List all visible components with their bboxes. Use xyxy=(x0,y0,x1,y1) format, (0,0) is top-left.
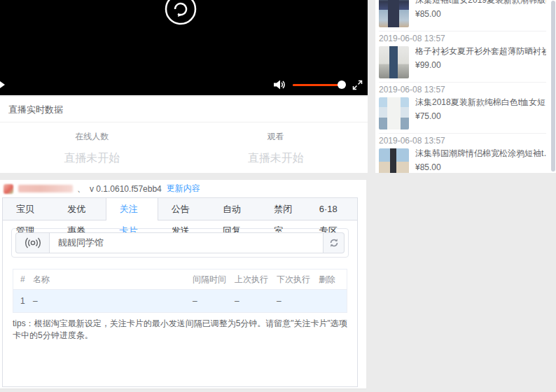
item-date: 2019-06-08 13:57 xyxy=(379,136,546,146)
product-price: ¥99.00 xyxy=(415,60,546,70)
refresh-button[interactable] xyxy=(324,232,345,253)
follow-card-table: # 名称 间隔时间 上次执行 下次执行 删除 1 – – – – xyxy=(13,269,347,313)
fullscreen-icon[interactable] xyxy=(352,79,363,91)
tab-ban-room[interactable]: 禁闭室 xyxy=(260,198,305,220)
live-stats-panel: 直播实时数据 在线人数 直播未开始 观看 直播未开始 xyxy=(0,97,368,173)
product-feed: 沫集短袖t恤女2019夏装新款潮韩版时… ¥85.00 2019-06-08 1… xyxy=(375,0,556,173)
app-header: 、 v 0.1.0610.f57ebb4 更新内容 xyxy=(0,180,366,197)
anchor-toolbar xyxy=(11,228,349,258)
loading-spinner-icon xyxy=(163,0,198,27)
list-item[interactable]: 2019-06-08 13:57 沫集韩国潮牌情侣棉宽松涂鸦短袖t… ¥85.0… xyxy=(379,134,546,173)
product-title: 沫集韩国潮牌情侣棉宽松涂鸦短袖t… xyxy=(415,148,546,158)
broadcast-icon xyxy=(15,232,49,253)
app-logo xyxy=(4,184,13,194)
update-notes-link[interactable]: 更新内容 xyxy=(167,183,200,195)
app-name-redacted xyxy=(18,185,73,192)
product-title: 沫集短袖t恤女2019夏装新款潮韩版时… xyxy=(415,0,546,5)
list-item[interactable]: 2019-06-08 13:57 格子衬衫女夏开衫外套超薄防晒衬衫… ¥99.0… xyxy=(379,31,546,83)
live-stats-title: 直播实时数据 xyxy=(0,97,368,122)
list-item[interactable]: 2019-06-08 13:57 沫集2018夏装新款纯棉白色t恤女短… ¥75… xyxy=(379,83,546,134)
anchor-name-input[interactable] xyxy=(49,232,324,253)
volume-icon[interactable] xyxy=(273,79,286,90)
player-controls xyxy=(0,74,368,95)
product-price: ¥85.00 xyxy=(415,162,546,172)
product-price: ¥75.00 xyxy=(415,111,546,121)
table-row: 1 – – – – xyxy=(13,290,347,312)
tab-coupon[interactable]: 发优惠券 xyxy=(54,198,105,220)
tips-text: tips：根据淘宝最新设定，关注卡片的最小发送间隔已调整为5分钟。请留意"关注卡… xyxy=(13,318,347,342)
scrollbar-thumb[interactable] xyxy=(551,1,555,172)
product-title: 格子衬衫女夏开衫外套超薄防晒衬衫… xyxy=(415,46,546,56)
product-image xyxy=(379,0,409,27)
item-date: 2019-06-08 13:57 xyxy=(379,34,546,43)
tab-card: 宝贝管理 发优惠券 关注卡片 公告发送 自动回复 禁闭室 6·18专区 xyxy=(2,197,358,387)
list-item[interactable]: 沫集短袖t恤女2019夏装新款潮韩版时… ¥85.00 xyxy=(379,0,546,31)
version-label: v 0.1.0610.f57ebb4 xyxy=(90,184,162,194)
volume-slider-handle[interactable] xyxy=(338,80,346,89)
stat-views: 观看 直播未开始 xyxy=(184,131,368,166)
volume-slider[interactable] xyxy=(293,80,345,89)
tab-auto-reply[interactable]: 自动回复 xyxy=(209,198,260,220)
tab-618-zone[interactable]: 6·18专区 xyxy=(306,198,357,220)
stat-online-count: 在线人数 直播未开始 xyxy=(0,131,184,166)
assistant-panel: 、 v 0.1.0610.f57ebb4 更新内容 宝贝管理 发优惠券 关注卡片… xyxy=(0,180,366,389)
tab-announcement[interactable]: 公告发送 xyxy=(158,198,209,220)
tab-item-manage[interactable]: 宝贝管理 xyxy=(3,198,54,220)
product-price: ¥85.00 xyxy=(415,9,546,19)
item-date: 2019-06-08 13:57 xyxy=(379,85,546,94)
product-image xyxy=(379,148,409,173)
tab-follow-card[interactable]: 关注卡片 xyxy=(106,198,158,220)
product-title: 沫集2018夏装新款纯棉白色t恤女短… xyxy=(415,97,546,107)
play-icon[interactable] xyxy=(0,79,5,90)
tab-bar: 宝贝管理 发优惠券 关注卡片 公告发送 自动回复 禁闭室 6·18专区 xyxy=(3,198,357,220)
refresh-icon xyxy=(329,238,339,248)
product-image xyxy=(379,97,409,130)
product-image xyxy=(379,46,409,78)
separator: 、 xyxy=(77,183,85,195)
video-player[interactable] xyxy=(0,0,368,95)
table-header-row: # 名称 间隔时间 上次执行 下次执行 删除 xyxy=(13,270,347,290)
